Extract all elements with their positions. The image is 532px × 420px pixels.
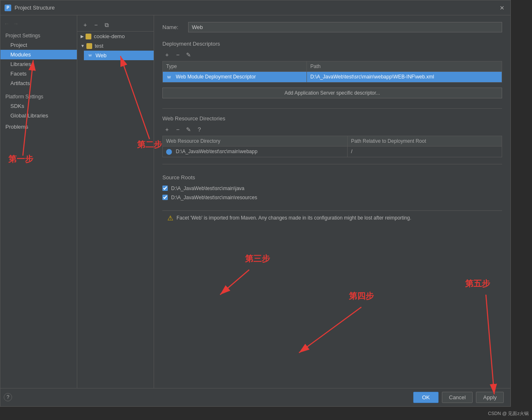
col-web-resource-dir: Web Resource Directory <box>163 136 348 146</box>
tree-copy-button[interactable]: ⧉ <box>102 20 111 29</box>
sidebar-item-sdks[interactable]: SDKs <box>0 101 77 111</box>
help-button[interactable]: ? <box>4 393 12 401</box>
folder-icon <box>86 34 91 39</box>
back-arrow[interactable]: ← <box>4 20 10 27</box>
nav-arrows: ← → <box>0 19 77 30</box>
web-resource-toolbar: + − ✎ ? <box>162 125 502 134</box>
tree-item-label: test <box>95 43 103 49</box>
add-server-button[interactable]: Add Application Server specific descript… <box>162 88 502 98</box>
app-icon: P <box>5 5 11 11</box>
table-row[interactable]: W Web Module Deployment Descriptor D:\A_… <box>163 72 502 83</box>
sidebar-item-global-libraries[interactable]: Global Libraries <box>0 111 77 120</box>
source-root-checkbox-0[interactable] <box>162 186 168 191</box>
web-resource-table: Web Resource Directory Path Relative to … <box>162 136 502 157</box>
dd-add-button[interactable]: + <box>162 50 172 59</box>
cell-path: D:\A_JavaWeb\test\src\main\webapp\WEB-IN… <box>307 72 502 83</box>
warning-text: Facet 'Web' is imported from Maven. Any … <box>177 215 411 221</box>
project-settings-label: Project Settings <box>0 30 77 40</box>
name-input[interactable] <box>188 22 502 32</box>
tree-item-test[interactable]: ▼ test <box>77 41 154 51</box>
section-divider-2 <box>162 164 502 164</box>
sidebar-item-project[interactable]: Project <box>0 40 77 50</box>
tree-remove-button[interactable]: − <box>91 20 101 29</box>
tree-add-button[interactable]: + <box>81 20 90 29</box>
descriptor-icon: W <box>166 74 172 80</box>
expand-icon: ▼ <box>81 44 85 48</box>
module-tree-panel: + − ⧉ ▶ cookie-demo ▼ test W Web <box>77 15 154 388</box>
main-content: ← → Project Settings Project Modules Lib… <box>0 15 510 388</box>
sidebar: ← → Project Settings Project Modules Lib… <box>0 15 77 388</box>
col-type: Type <box>163 61 307 72</box>
folder-icon <box>86 43 92 49</box>
name-row: Name: <box>162 22 502 32</box>
web-res-icon <box>166 149 172 155</box>
tree-item-label: Web <box>96 52 107 59</box>
wr-add-button[interactable]: + <box>162 125 172 134</box>
deployment-descriptors-table: Type Path W Web Module Deployment Descri… <box>162 61 502 83</box>
titlebar-title: Project Structure <box>15 5 498 11</box>
source-root-checkbox-1[interactable] <box>162 195 168 200</box>
source-root-path-1: D:\A_JavaWeb\test\src\main\resources <box>171 195 257 200</box>
name-label: Name: <box>162 24 183 30</box>
table-row[interactable]: D:\A_JavaWeb\test\src\main\webapp / <box>163 146 502 157</box>
source-roots-section: Source Roots D:\A_JavaWeb\test\src\main\… <box>162 173 502 202</box>
tree-toolbar: + − ⧉ <box>77 19 154 32</box>
ok-button[interactable]: OK <box>413 392 439 403</box>
source-root-item-1: D:\A_JavaWeb\test\src\main\resources <box>162 193 502 202</box>
col-path-relative: Path Relative to Deployment Root <box>348 136 502 146</box>
forward-arrow[interactable]: → <box>13 20 19 27</box>
source-root-path-0: D:\A_JavaWeb\test\src\main\java <box>171 186 245 191</box>
csdn-watermark: CSDN @ 见面z火锅 <box>488 410 529 417</box>
apply-button[interactable]: Apply <box>476 392 504 403</box>
sidebar-item-facets[interactable]: Facets <box>0 69 77 78</box>
wr-edit-button[interactable]: ✎ <box>184 125 193 134</box>
right-panel: Name: Deployment Descriptors + − ✎ Type … <box>154 15 510 388</box>
deployment-descriptors-header: Deployment Descriptors <box>162 41 502 47</box>
section-divider <box>162 108 502 109</box>
cell-type-text: Web Module Deployment Descriptor <box>176 74 256 80</box>
col-path: Path <box>307 61 502 72</box>
warning-bar: ⚠ Facet 'Web' is imported from Maven. An… <box>162 210 502 225</box>
tree-item-web[interactable]: W Web <box>84 51 154 60</box>
web-resource-header: Web Resource Directories <box>162 115 502 122</box>
tree-item-label: cookie-demo <box>94 33 125 39</box>
deployment-toolbar: + − ✎ <box>162 50 502 59</box>
sidebar-item-libraries[interactable]: Libraries <box>0 59 77 69</box>
tree-item-cookie-demo[interactable]: ▶ cookie-demo <box>77 32 154 41</box>
dd-edit-button[interactable]: ✎ <box>184 50 193 59</box>
wr-remove-button[interactable]: − <box>173 125 182 134</box>
titlebar: P Project Structure ✕ <box>0 0 510 15</box>
cell-type: W Web Module Deployment Descriptor <box>163 72 307 83</box>
project-structure-dialog: P Project Structure ✕ ← → Project Settin… <box>0 0 511 407</box>
source-root-item-0: D:\A_JavaWeb\test\src\main\java <box>162 184 502 193</box>
cell-web-resource-dir: D:\A_JavaWeb\test\src\main\webapp <box>163 146 348 157</box>
warning-icon: ⚠ <box>167 214 173 222</box>
cell-path-relative: / <box>348 146 502 157</box>
sidebar-item-artifacts[interactable]: Artifacts <box>0 78 77 88</box>
cancel-button[interactable]: Cancel <box>442 392 473 403</box>
close-button[interactable]: ✕ <box>498 4 506 12</box>
sidebar-item-modules[interactable]: Modules <box>0 50 77 59</box>
source-roots-header: Source Roots <box>162 174 502 181</box>
sidebar-item-problems[interactable]: Problems <box>0 120 77 132</box>
expand-icon: ▶ <box>81 34 84 39</box>
platform-settings-label: Platform Settings <box>0 91 77 101</box>
web-module-icon: W <box>87 53 93 59</box>
dd-remove-button[interactable]: − <box>173 50 182 59</box>
wr-help-button[interactable]: ? <box>195 125 204 134</box>
bottom-bar: OK Cancel Apply <box>0 388 510 406</box>
cell-dir-text: D:\A_JavaWeb\test\src\main\webapp <box>176 149 257 154</box>
